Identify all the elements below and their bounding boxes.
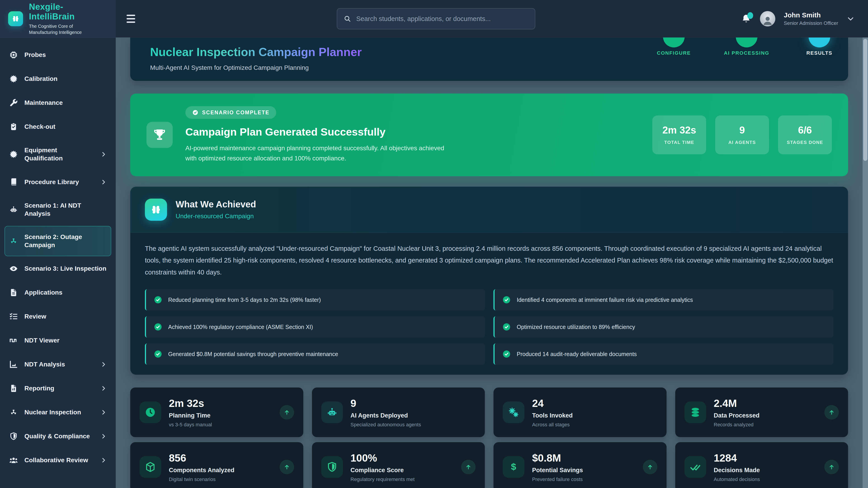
stat-value: $0.8M [532,452,643,464]
shield-outline-icon [321,456,343,478]
wrench-icon [9,98,18,107]
sidebar-item-quality-compliance[interactable]: Quality & Compliance [4,425,111,448]
check-circle-icon [502,295,511,304]
achieved-header: What We Achieved Under-resourced Campaig… [130,187,848,233]
sidebar-item-reporting[interactable]: Reporting [4,377,111,400]
search-input[interactable] [356,15,528,23]
achieved-body: The agentic AI system successfully analy… [130,233,848,375]
banner-stat-ai-agents: 9AI AGENTS [715,116,769,154]
sidebar-item-review[interactable]: Review [4,305,111,328]
report-file-icon [9,384,18,393]
achievement-text: Identified 4 components at imminent fail… [517,297,693,303]
user-name: John Smith [784,11,838,19]
what-we-achieved-card: What We Achieved Under-resourced Campaig… [130,187,848,375]
step-label: CONFIGURE [657,50,691,56]
sidebar-item-probes[interactable]: Probes [4,43,111,66]
check-circle-icon [154,350,162,358]
stat-value: 24 [532,397,657,410]
brain-badge [145,199,167,221]
sidebar-item-calibration[interactable]: Calibration [4,67,111,90]
sidebar-item-label: NDT Analysis [24,360,65,368]
chevron-down-icon[interactable] [847,15,855,23]
sidebar-item-nuclear-inspection[interactable]: Nuclear Inspection [4,401,111,424]
step-circle [736,37,757,47]
stat-value: 1284 [714,452,825,464]
sidebar-item-applications[interactable]: Applications [4,281,111,304]
step-label: RESULTS [806,50,832,56]
achieved-summary: The agentic AI system successfully analy… [145,242,833,278]
sidebar-item-scenario-3-live-inspection[interactable]: Scenario 3: Live Inspection [4,257,111,280]
stat-body: 2m 32sPlanning Timevs 3-5 days manual [169,397,280,428]
stat-label: AI AGENTS [728,140,756,145]
step-ai-processing[interactable]: AI PROCESSING [721,37,772,56]
brand: Nexgile-IntelliBrain The Cognitive Core … [0,0,116,37]
stat-value: 2m 32s [662,125,696,136]
sidebar-item-label: Equipment Qualification [24,146,94,163]
achievement-text: Generated $0.8M potential savings throug… [168,351,338,357]
sidebar-item-label: Collaborative Review [24,456,88,464]
sidebar-nav: ProbesCalibrationMaintenanceCheck-outEqu… [0,37,116,488]
step-configure[interactable]: CONFIGURE [649,37,699,56]
stat-label: TOTAL TIME [664,140,694,145]
sidebar-item-scenario-2-outage-campaign[interactable]: Scenario 2: Outage Campaign [4,226,111,256]
stat-label: Planning Time [169,412,280,419]
user-info: John Smith Senior Admission Officer [784,11,838,26]
stat-body: 24Tools InvokedAcross all stages [532,397,657,428]
sidebar: Nexgile-IntelliBrain The Cognitive Core … [0,0,116,488]
step-circle [663,37,685,47]
trend-up-icon [280,460,294,474]
sidebar-item-ndt-viewer[interactable]: NDT Viewer [4,329,111,352]
sidebar-item-scenario-1-ai-ndt-analysis[interactable]: Scenario 1: AI NDT Analysis [4,195,111,225]
scrollbar-thumb[interactable] [863,39,867,161]
stat-value: 9 [739,125,745,136]
sidebar-item-equipment-qualification[interactable]: Equipment Qualification [4,139,111,170]
user-role: Senior Admission Officer [784,20,838,26]
stat-card-tools-invoked: 24Tools InvokedAcross all stages [493,387,666,437]
menu-toggle-button[interactable] [127,13,136,25]
stat-sublabel: Automated decisions [714,477,825,482]
stat-body: 9AI Agents DeployedSpecialized autonomou… [350,397,476,428]
sidebar-item-maintenance[interactable]: Maintenance [4,91,111,114]
sidebar-item-label: Calibration [24,75,57,83]
stat-label: AI Agents Deployed [350,412,476,419]
sidebar-item-label: Scenario 1: AI NDT Analysis [24,201,107,218]
stat-card-decisions-made: 1284Decisions MadeAutomated decisions [675,442,848,488]
avatar[interactable] [760,11,775,26]
trend-up-icon [825,460,839,474]
sidebar-item-label: Procedure Library [24,178,79,186]
sidebar-item-label: Maintenance [24,99,63,107]
chevron-right-icon [100,409,107,416]
svg-text:$: $ [511,462,516,472]
stat-label: Data Processed [714,412,825,419]
achievement-text: Achieved 100% regulatory compliance (ASM… [168,324,313,330]
chevron-right-icon [100,457,107,463]
chip-icon [9,51,18,59]
trophy-badge [147,122,173,148]
sidebar-item-ndt-analysis[interactable]: NDT Analysis [4,353,111,376]
sidebar-item-label: Reporting [24,384,54,392]
achievement-item: Generated $0.8M potential savings throug… [145,344,485,365]
sidebar-item-label: Check-out [24,123,55,131]
scrollbar-track [863,37,868,488]
stat-body: $0.8MPotential SavingsPrevented failure … [532,452,643,482]
stat-card-data-processed: 2.4MData ProcessedRecords analyzed [675,387,848,437]
step-results[interactable]: RESULTS [794,37,844,56]
page-title: Nuclear Inspection Campaign Planner [150,45,362,59]
stat-sublabel: Records analyzed [714,422,825,428]
chevron-right-icon [100,179,107,185]
stat-sublabel: Prevented failure costs [532,477,643,482]
dollar-icon: $ [503,456,524,478]
stat-label: STAGES DONE [787,140,823,145]
stat-sublabel: Regulatory requirements met [350,477,461,482]
sidebar-item-procedure-library[interactable]: Procedure Library [4,170,111,194]
notifications-button[interactable] [741,13,751,24]
check-circle-icon [192,109,198,116]
radiation-icon [9,236,18,246]
sidebar-item-check-out[interactable]: Check-out [4,115,111,138]
brand-subtitle: The Cognitive Core of Manufacturing Inte… [29,23,86,35]
page-subtitle: Multi-Agent AI System for Optimized Camp… [150,64,848,71]
achievement-text: Reduced planning time from 3-5 days to 2… [168,297,321,303]
sidebar-item-collaborative-review[interactable]: Collaborative Review [4,449,111,472]
trend-up-icon [825,405,839,420]
planner-header-card: Nuclear Inspection Campaign Planner Mult… [130,37,848,81]
